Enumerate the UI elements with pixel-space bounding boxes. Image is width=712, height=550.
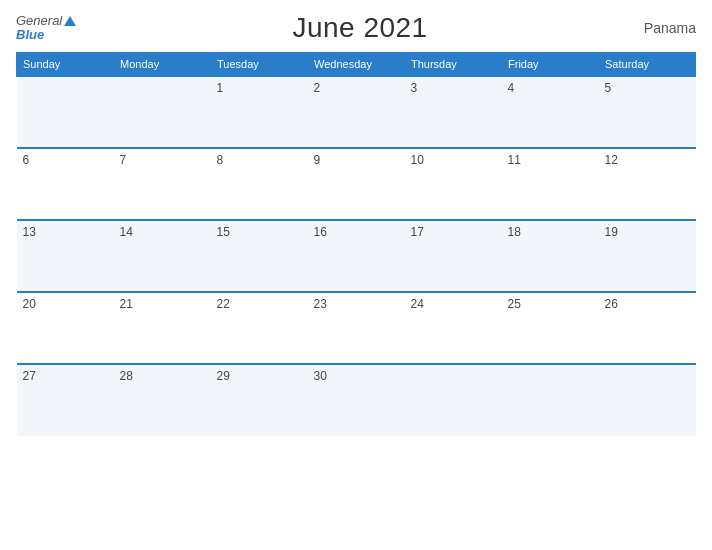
day-number: 13: [23, 225, 36, 239]
calendar-cell: [502, 364, 599, 436]
day-number: 25: [508, 297, 521, 311]
header-sunday: Sunday: [17, 53, 114, 77]
header-tuesday: Tuesday: [211, 53, 308, 77]
header-saturday: Saturday: [599, 53, 696, 77]
header-monday: Monday: [114, 53, 211, 77]
day-number: 11: [508, 153, 521, 167]
calendar-table: Sunday Monday Tuesday Wednesday Thursday…: [16, 52, 696, 436]
logo-blue-text: Blue: [16, 28, 76, 42]
calendar-cell: 16: [308, 220, 405, 292]
logo-triangle-icon: [64, 16, 76, 26]
calendar-cell: 10: [405, 148, 502, 220]
calendar-cell: 19: [599, 220, 696, 292]
day-number: 26: [605, 297, 618, 311]
calendar-cell: 6: [17, 148, 114, 220]
calendar-week-row: 27282930: [17, 364, 696, 436]
day-number: 7: [120, 153, 127, 167]
day-number: 2: [314, 81, 321, 95]
calendar-cell: 9: [308, 148, 405, 220]
day-number: 6: [23, 153, 30, 167]
calendar-cell: 11: [502, 148, 599, 220]
calendar-cell: 27: [17, 364, 114, 436]
calendar-title: June 2021: [292, 12, 427, 44]
calendar-cell: 12: [599, 148, 696, 220]
calendar-cell: 20: [17, 292, 114, 364]
calendar-cell: 7: [114, 148, 211, 220]
calendar-week-row: 13141516171819: [17, 220, 696, 292]
day-number: 22: [217, 297, 230, 311]
day-number: 8: [217, 153, 224, 167]
calendar-cell: [405, 364, 502, 436]
day-number: 23: [314, 297, 327, 311]
calendar-cell: 2: [308, 76, 405, 148]
day-number: 20: [23, 297, 36, 311]
day-number: 10: [411, 153, 424, 167]
calendar-cell: 5: [599, 76, 696, 148]
calendar-cell: 29: [211, 364, 308, 436]
header-thursday: Thursday: [405, 53, 502, 77]
calendar-header: General Blue June 2021 Panama: [16, 12, 696, 44]
calendar-cell: 13: [17, 220, 114, 292]
logo: General Blue: [16, 14, 76, 43]
country-label: Panama: [644, 20, 696, 36]
calendar-cell: [114, 76, 211, 148]
calendar-cell: 30: [308, 364, 405, 436]
calendar-cell: 21: [114, 292, 211, 364]
header-friday: Friday: [502, 53, 599, 77]
day-number: 30: [314, 369, 327, 383]
day-number: 21: [120, 297, 133, 311]
day-number: 5: [605, 81, 612, 95]
day-number: 17: [411, 225, 424, 239]
day-number: 3: [411, 81, 418, 95]
calendar-cell: 14: [114, 220, 211, 292]
calendar-cell: 4: [502, 76, 599, 148]
day-number: 4: [508, 81, 515, 95]
calendar-cell: 15: [211, 220, 308, 292]
calendar-page: General Blue June 2021 Panama Sunday Mon…: [0, 0, 712, 550]
calendar-cell: [17, 76, 114, 148]
calendar-cell: 3: [405, 76, 502, 148]
day-number: 1: [217, 81, 224, 95]
day-number: 9: [314, 153, 321, 167]
day-number: 19: [605, 225, 618, 239]
calendar-week-row: 20212223242526: [17, 292, 696, 364]
day-number: 24: [411, 297, 424, 311]
calendar-cell: 18: [502, 220, 599, 292]
calendar-cell: 28: [114, 364, 211, 436]
calendar-cell: 8: [211, 148, 308, 220]
day-number: 18: [508, 225, 521, 239]
days-header-row: Sunday Monday Tuesday Wednesday Thursday…: [17, 53, 696, 77]
day-number: 15: [217, 225, 230, 239]
day-number: 16: [314, 225, 327, 239]
logo-general-text: General: [16, 14, 76, 28]
calendar-cell: 25: [502, 292, 599, 364]
calendar-week-row: 12345: [17, 76, 696, 148]
calendar-cell: 22: [211, 292, 308, 364]
calendar-cell: 24: [405, 292, 502, 364]
calendar-cell: 1: [211, 76, 308, 148]
day-number: 28: [120, 369, 133, 383]
calendar-week-row: 6789101112: [17, 148, 696, 220]
day-number: 29: [217, 369, 230, 383]
calendar-cell: [599, 364, 696, 436]
day-number: 14: [120, 225, 133, 239]
calendar-cell: 26: [599, 292, 696, 364]
header-wednesday: Wednesday: [308, 53, 405, 77]
calendar-cell: 17: [405, 220, 502, 292]
day-number: 12: [605, 153, 618, 167]
calendar-cell: 23: [308, 292, 405, 364]
day-number: 27: [23, 369, 36, 383]
